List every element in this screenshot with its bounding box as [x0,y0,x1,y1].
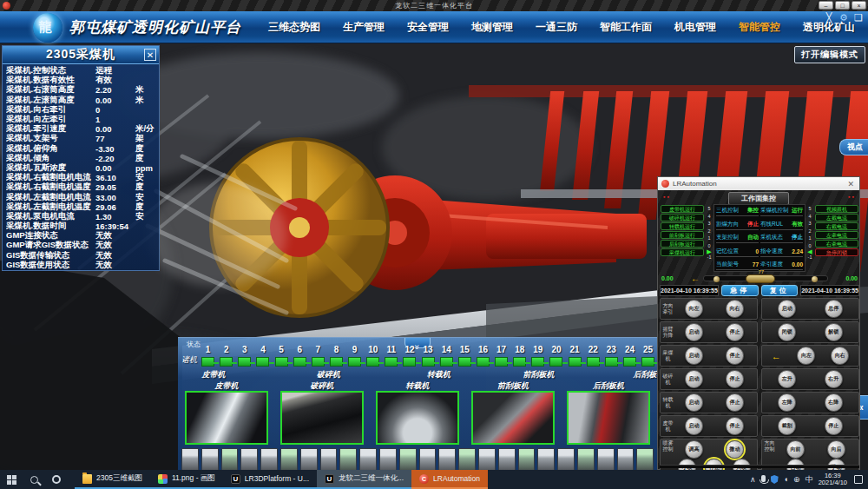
viewpoint-tab[interactable]: 视点 [839,139,868,155]
start-button[interactable] [0,470,23,489]
microphone-icon[interactable] [761,475,766,482]
camera-thumbnail[interactable] [280,391,364,445]
machine-index: 18 [510,345,529,354]
machine-status-square[interactable] [549,357,562,367]
向左-button[interactable]: 向左 [685,300,703,318]
启动-button[interactable]: 启动 [685,370,703,388]
cortana-button[interactable] [45,470,68,489]
machine-status-square[interactable] [531,357,544,367]
向后-button[interactable]: 向后 [827,440,845,459]
taskbar-item-paint[interactable]: 11.png - 画图 [150,470,223,489]
network-globe-icon[interactable]: ⊕ [793,470,800,489]
camera-thumbnail[interactable] [185,391,268,445]
machine-status-square[interactable] [605,357,618,367]
左降-button[interactable]: 左降 [778,393,796,412]
clock[interactable]: 16:39 2021/4/10 [819,472,847,487]
停止-button[interactable]: 停止 [825,417,843,435]
右降-button[interactable]: 右降 [825,393,843,412]
停止-button[interactable]: 停止 [726,323,744,341]
machine-status-square[interactable] [403,357,416,367]
reset-button[interactable]: 复位 [761,285,799,296]
停止-button[interactable]: 停止 [726,370,744,388]
machine-status-square[interactable] [330,357,343,367]
minimize-button[interactable]: – [819,1,833,10]
machine-status-square[interactable] [348,357,361,367]
nav-item-安全管理[interactable]: 安全管理 [396,20,460,35]
panel-close-icon[interactable]: ✕ [144,49,156,61]
machine-status-square[interactable] [385,357,398,367]
control-row: 皮带机启动停止 [660,415,758,437]
settings-gear-icon[interactable]: ⚙ [838,12,850,23]
启动-button[interactable]: 启动 [778,300,796,318]
向右-button[interactable]: 向右 [726,300,744,318]
machine-status-square[interactable] [256,357,269,367]
camera-thumbnail[interactable] [471,391,555,445]
nav-item-生产管理[interactable]: 生产管理 [332,20,396,35]
machine-status-square[interactable] [201,357,214,367]
taskbar-item-folder[interactable]: 2305三维截图 [75,470,150,489]
nav-item-智能工作面[interactable]: 智能工作面 [589,20,663,35]
maximize-button[interactable]: □ [835,1,850,10]
machine-status-square[interactable] [513,357,526,367]
machine-status-square[interactable] [477,357,490,367]
启动-button[interactable]: 启动 [685,323,703,341]
taskbar-item-unreal[interactable]: ULR3DPlatform - U... [223,470,317,489]
restore-window-icon[interactable]: ❏ [852,12,865,23]
slider-track[interactable]: 77 [703,275,828,281]
闭锁-button[interactable]: 闭锁 [778,323,796,341]
hidden-icons-chevron[interactable]: ∧ [750,470,756,489]
向前-button[interactable]: 向前 [786,440,805,459]
向右-button[interactable]: 向右 [831,347,849,365]
右升-button[interactable]: 右升 [825,370,843,388]
启动-button[interactable]: 启动 [685,347,703,365]
截割-button[interactable]: 截割 [778,417,796,435]
machine-status-square[interactable] [495,357,508,367]
slider-handle[interactable] [746,274,775,283]
调高-button[interactable]: 调高 [685,440,703,459]
machine-status-square[interactable] [422,357,435,367]
close-button[interactable]: × [852,1,866,10]
tools-icon[interactable]: ╳ [823,12,835,23]
nav-item-地测管理[interactable]: 地测管理 [460,20,524,35]
machine-status-square[interactable] [312,357,325,367]
machine-status-square[interactable] [440,357,453,367]
machine-status-square[interactable] [238,357,251,367]
nav-item-三维态势图[interactable]: 三维态势图 [257,20,332,35]
machine-status-square[interactable] [623,357,636,367]
停止-button[interactable]: 停止 [726,393,744,412]
停止-button[interactable]: 停止 [726,347,744,365]
camera-thumbnail[interactable] [567,391,650,445]
open-edit-mode-button[interactable]: 打开编辑模式 [794,46,865,63]
nav-item-一通三防[interactable]: 一通三防 [524,20,589,35]
estop-button[interactable]: 急停 [721,285,759,296]
machine-status-square[interactable] [641,357,654,367]
停止-button[interactable]: 停止 [726,417,744,435]
machine-status-square[interactable] [293,357,306,367]
search-button[interactable] [23,470,45,489]
左升-button[interactable]: 左升 [778,370,796,388]
taskbar-item-lr[interactable]: CLRAutomation [411,470,488,489]
machine-status-square[interactable] [587,357,600,367]
machine-status-square[interactable] [458,357,471,367]
nav-item-智能管控[interactable]: 智能管控 [727,20,792,35]
nav-item-机电管理[interactable]: 机电管理 [663,20,727,35]
scale-tick: 3 [808,220,811,228]
camera-thumbnail[interactable] [376,391,459,445]
volume-icon[interactable]: ◖ [784,470,788,489]
微动-button[interactable]: 微动 [726,440,744,459]
向左-button[interactable]: 向左 [797,347,815,365]
machine-status-square[interactable] [569,357,582,367]
taskbar-item-unreal[interactable]: U龙软二三维一体化... [317,470,411,489]
总停-button[interactable]: 总停 [825,300,843,318]
启动-button[interactable]: 启动 [685,393,703,412]
security-shield-icon[interactable] [771,475,779,484]
machine-status-square[interactable] [220,357,233,367]
启动-button[interactable]: 启动 [685,417,703,435]
machine-status-square[interactable] [366,357,379,367]
ime-indicator[interactable]: 中 [806,470,813,489]
notification-center-icon[interactable] [854,475,863,484]
machine-status-square[interactable] [275,357,288,367]
解锁-button[interactable]: 解锁 [825,323,843,341]
readout-value: 0.00 [785,261,803,268]
lr-close-icon[interactable]: ✕ [845,180,856,188]
